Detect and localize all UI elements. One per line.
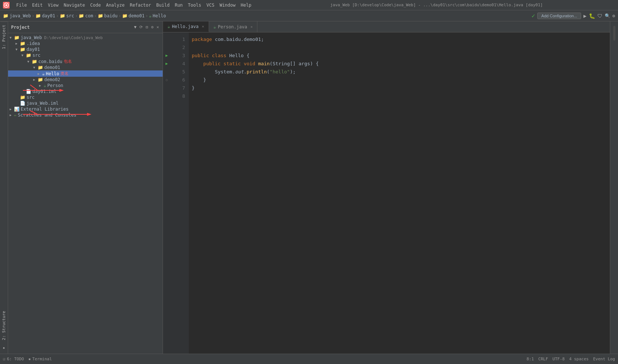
menu-file[interactable]: File [14, 2, 29, 8]
todo-panel[interactable]: ☑ 6: TODO [3, 357, 24, 361]
src2-folder-icon: 📁 [20, 95, 25, 100]
breadcrumb-hello[interactable]: ☕ Hello [149, 13, 166, 18]
line-num-8: 8 [182, 92, 185, 100]
main-area: 1: Project 2: Structure ★ Project ▼ ⟳ ⊟ … [0, 21, 618, 354]
file-tree: ▼ 📁 java_Web D:\develop\Code\java_Web ▶ … [8, 33, 163, 354]
menu-build[interactable]: Build [154, 2, 172, 8]
pkg-annotation: 包名 [64, 59, 72, 64]
root-arrow: ▼ [10, 36, 14, 39]
menu-run[interactable]: Run [173, 2, 185, 8]
tree-src2[interactable]: ▶ 📁 src [8, 94, 163, 100]
line-numbers: 1 2 3 4 5 6 7 8 [170, 32, 189, 354]
code-content[interactable]: package com.baidu.demo01; public class H… [189, 32, 610, 354]
com-baidu-folder-icon: 📁 [32, 59, 37, 64]
run-gutter-4[interactable]: ▶ [166, 60, 168, 68]
collapse-icon[interactable]: ⊟ [145, 24, 149, 30]
panel-icons: ⟳ ⊟ ⚙ ✕ [139, 24, 160, 30]
tab-hello-java-close[interactable]: ✕ [202, 24, 204, 28]
tree-idea[interactable]: ▶ 📁 .idea [8, 41, 163, 46]
nav-actions: ✓ Add Configuration... ▶ 🐛 🛡 🔍 ⚙ [531, 12, 615, 19]
person-arrow: ▶ [39, 84, 44, 87]
menu-window[interactable]: Window [217, 2, 237, 8]
menu-navigate[interactable]: Navigate [62, 2, 87, 8]
tree-root[interactable]: ▼ 📁 java_Web D:\develop\Code\java_Web [8, 35, 163, 41]
com-baidu-arrow: ▼ [27, 60, 32, 63]
event-log-panel[interactable]: Event Log [593, 357, 615, 361]
menu-tools[interactable]: Tools [186, 2, 204, 8]
line-num-5: 5 [182, 68, 185, 76]
close-panel-icon[interactable]: ✕ [156, 24, 160, 30]
breadcrumb-com[interactable]: 📁 com [79, 13, 93, 18]
structure-tab[interactable]: 2: Structure [0, 308, 7, 343]
person-java-icon: ☕ [44, 83, 46, 88]
scroll-indicator [613, 26, 615, 41]
src2-label: src [27, 95, 35, 100]
com-baidu-label: com.baidu [38, 59, 62, 64]
menu-analyze[interactable]: Analyze [104, 2, 127, 8]
terminal-panel[interactable]: ▪ Terminal [28, 357, 52, 361]
gutter-icons: · · ▶ ▶ · ◇ · · [163, 32, 170, 354]
line-num-7: 7 [182, 84, 185, 92]
gear-icon[interactable]: ⚙ [150, 24, 154, 30]
tree-hello[interactable]: ▶ ☕ Hello 类名 [8, 70, 163, 77]
demo02-label: demo02 [44, 77, 60, 82]
tab-hello-java-label: Hello.java [172, 24, 198, 29]
root-path: D:\develop\Code\java_Web [44, 35, 103, 40]
run-gutter-3[interactable]: ▶ [166, 52, 168, 60]
bottom-bar: ☑ 6: TODO ▪ Terminal 8:1 CRLF UTF-8 4 sp… [0, 354, 618, 364]
favorites-tab[interactable]: ★ [0, 343, 7, 354]
line-num-2: 2 [182, 44, 185, 52]
tree-external-libs[interactable]: ▶ 📊 External Libraries [8, 106, 163, 112]
panel-dropdown-icon[interactable]: ▼ [134, 25, 137, 30]
add-configuration-button[interactable]: Add Configuration... [537, 13, 581, 19]
editor-area: ☕ Hello.java ✕ ☕ Person.java ✕ · · ▶ ▶ ·… [163, 21, 610, 354]
day01-iml-icon: 📄 [26, 89, 31, 94]
line-num-6: 6 [182, 76, 185, 84]
breadcrumb-src[interactable]: 📁 src [60, 13, 74, 18]
window-title: java_Web [D:\develop\Code\java_Web] - ..… [258, 3, 615, 7]
java-web-iml-label: java_Web.iml [27, 101, 59, 106]
project-tab[interactable]: 1: Project [0, 21, 7, 52]
search-icon[interactable]: 🔍 [605, 13, 610, 18]
tab-person-java[interactable]: ☕ Person.java ✕ [209, 21, 258, 32]
tree-java-web-iml[interactable]: ▶ 📄 java_Web.iml [8, 100, 163, 106]
src-arrow: ▼ [21, 53, 26, 57]
demo01-folder-icon: 📁 [38, 65, 43, 70]
menu-view[interactable]: View [46, 2, 61, 8]
menu-help[interactable]: Help [239, 2, 254, 8]
build-status-icon: ✓ [531, 12, 535, 19]
breadcrumb-java-web[interactable]: 📁 java_Web [3, 13, 31, 18]
debug-icon[interactable]: 🐛 [589, 13, 595, 19]
event-log-label: Event Log [593, 357, 615, 361]
code-line-6: } [192, 76, 610, 84]
bookmark-6: ◇ [166, 76, 168, 84]
menu-edit[interactable]: Edit [30, 2, 45, 8]
tree-scratches[interactable]: ▶ ✏ Scratches and Consoles [8, 112, 163, 118]
tab-hello-java[interactable]: ☕ Hello.java ✕ [163, 21, 209, 32]
tree-demo02[interactable]: ▶ 📁 demo02 [8, 77, 163, 83]
tree-com-baidu[interactable]: ▼ 📁 com.baidu 包名 [8, 58, 163, 65]
code-editor: · · ▶ ▶ · ◇ · · 1 2 3 4 5 6 7 8 [163, 32, 610, 354]
tree-demo01[interactable]: ▼ 📁 demo01 [8, 65, 163, 70]
breadcrumb-demo01[interactable]: 📁 demo01 [122, 13, 145, 18]
tree-day01-iml[interactable]: ▶ 📄 day01.iml [8, 89, 163, 94]
nav-bar: 📁 java_Web › 📁 day01 › 📁 src › 📁 com › 📁… [0, 10, 618, 21]
scratches-arrow: ▶ [10, 113, 14, 117]
tree-person[interactable]: ▶ ☕ Person [8, 83, 163, 89]
menu-refactor[interactable]: Refactor [128, 2, 153, 8]
breadcrumb-day01[interactable]: 📁 day01 [35, 13, 55, 18]
breadcrumb-baidu[interactable]: 📁 baidu [98, 13, 118, 18]
settings-icon[interactable]: ⚙ [612, 13, 615, 18]
tab-bar: ☕ Hello.java ✕ ☕ Person.java ✕ [163, 21, 610, 32]
menu-vcs[interactable]: VCS [204, 2, 217, 8]
menu-code[interactable]: Code [88, 2, 103, 8]
run-icon[interactable]: ▶ [583, 13, 586, 19]
person-label: Person [47, 83, 63, 88]
sync-icon[interactable]: ⟳ [139, 24, 143, 30]
tab-person-java-close[interactable]: ✕ [250, 25, 253, 29]
coverage-icon[interactable]: 🛡 [597, 13, 603, 19]
tree-day01[interactable]: ▼ 📁 day01 [8, 46, 163, 52]
root-folder-icon: 📁 [14, 35, 20, 40]
tree-src[interactable]: ▼ 📁 src [8, 52, 163, 58]
tab-person-java-label: Person.java [218, 24, 247, 30]
